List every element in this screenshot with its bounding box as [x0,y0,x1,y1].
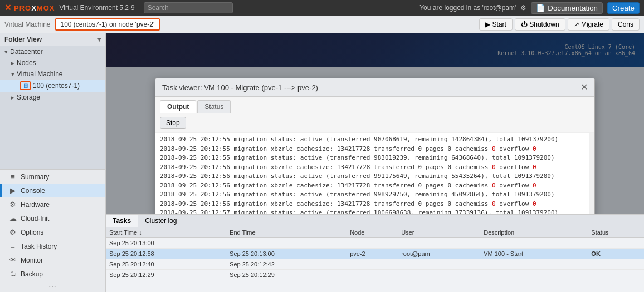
col-user: User [398,227,480,238]
logo-text: PROXMOX [14,4,55,12]
cons-label: Cons [618,21,633,28]
tab-tasks[interactable]: Tasks [106,215,138,227]
table-cell [226,238,347,249]
nav-monitor[interactable]: 👁 Monitor [0,253,105,267]
nav-panel: ≡ Summary ▶ Console ⚙ Hardware ☁ Cloud-I… [0,169,105,292]
table-cell [398,259,480,270]
log-line: 2018-09-25 20:12:57 migration status: ac… [160,209,590,214]
scrollbar[interactable] [589,133,594,214]
create-button[interactable]: Create [607,2,640,14]
nav-console[interactable]: ▶ Console [0,184,105,197]
vm-actions: ▶ Start ⏻ Shutdown ↗ Migrate Cons [479,18,640,31]
vm-group-expand-icon: ▾ [11,71,14,78]
cloud-init-label: Cloud-Init [21,215,49,222]
table-row[interactable]: Sep 25 20:13:00 [106,238,644,249]
nav-hardware[interactable]: ⚙ Hardware [0,197,105,211]
main-content: Task viewer: VM 100 - Migrate (pve-1 ---… [106,67,644,214]
col-node: Node [347,227,398,238]
table-cell [480,238,588,249]
datacenter-label: Datacenter [10,48,43,56]
tab-cluster-log[interactable]: Cluster log [138,215,184,227]
secondbar: Virtual Machine 100 (centos7-1) on node … [0,16,644,33]
nav-task-history[interactable]: ≡ Task History [0,239,105,253]
tasks-list: Start Time ↓ End Time Node User Descript… [106,227,644,280]
main-area: Folder View ▾ ▾ Datacenter ▸ Nodes ▾ Vir… [0,33,644,292]
table-cell [398,238,480,249]
tasks-tab-label: Tasks [113,217,131,225]
table-cell: root@pam [398,249,480,259]
modal-close-button[interactable]: ✕ [580,83,588,92]
modal-tabs: Output Status [155,97,594,113]
sidebar-item-storage[interactable]: ▸ Storage [0,92,105,103]
sidebar-item-nodes[interactable]: ▸ Nodes [0,57,105,68]
log-line: 2018-09-25 20:12:56 migration xbzrle cac… [160,181,590,191]
col-start-time: Start Time ↓ [106,227,226,238]
topbar-right: You are logged in as 'root@pam' ⚙ 📄 Docu… [419,2,640,14]
table-cell: pve-2 [347,249,398,259]
start-button[interactable]: ▶ Start [479,18,513,31]
search-input[interactable] [144,2,233,13]
bottom-tabs: Tasks Cluster log [106,215,644,227]
tasks-table: Start Time ↓ End Time Node User Descript… [106,227,644,292]
folder-view-header: Folder View ▾ [0,33,105,46]
nodes-label: Nodes [17,59,36,67]
doc-icon: 📄 [536,4,545,12]
col-end-time: End Time [226,227,347,238]
sidebar-item-virtual-machine[interactable]: ▾ Virtual Machine [0,68,105,80]
table-cell: Sep 25 20:12:40 [106,259,226,270]
log-line: 2018-09-25 20:12:56 migration status: ac… [160,190,590,200]
bottom-bar: Tasks Cluster log Start Time ↓ End Time … [106,214,644,292]
topbar: ✕ PROXMOX Virtual Environment 5.2-9 You … [0,0,644,16]
proxmox-logo: ✕ PROXMOX [4,3,55,13]
logged-in-text: You are logged in as 'root@pam' [419,4,516,12]
options-label: Options [21,229,43,236]
table-cell [480,270,588,280]
gear-icon[interactable]: ⚙ [520,4,526,12]
nav-summary[interactable]: ≡ Summary [0,170,105,184]
table-cell: Sep 25 20:13:00 [106,238,226,249]
modal-title: Task viewer: VM 100 - Migrate (pve-1 ---… [162,83,318,92]
cloud-init-icon: ☁ [8,214,17,222]
summary-label: Summary [21,173,49,181]
stop-label: Stop [166,119,180,127]
task-history-icon: ≡ [8,242,17,250]
table-row[interactable]: Sep 25 20:12:40Sep 25 20:12:42 [106,259,644,270]
create-label: Create [612,4,635,12]
table-cell: Sep 25 20:13:00 [226,249,347,259]
sidebar-item-centos7-1[interactable]: 🖥 100 (centos7-1) [0,80,105,92]
nav-backup[interactable]: 🗂 Backup [0,267,105,281]
hardware-icon: ⚙ [8,200,17,209]
table-row[interactable]: Sep 25 20:12:58Sep 25 20:13:00pve-2root@… [106,249,644,259]
vm-name-box: 100 (centos7-1) on node 'pve-2' [55,18,160,31]
modal-header: Task viewer: VM 100 - Migrate (pve-1 ---… [155,78,594,97]
cons-button[interactable]: Cons [612,18,640,31]
monitor-label: Monitor [21,256,43,264]
migrate-button[interactable]: ↗ Migrate [568,18,609,31]
nodes-expand-icon: ▸ [11,60,14,67]
shutdown-button[interactable]: ⏻ Shutdown [515,18,565,31]
tab-status[interactable]: Status [197,100,231,113]
nav-cloud-init[interactable]: ☁ Cloud-Init [0,211,105,225]
log-line: 2018-09-25 20:12:56 migration xbzrle cac… [160,200,590,209]
table-cell: Sep 25 20:12:58 [106,249,226,259]
vm-label: Virtual Machine [4,21,51,28]
datacenter-icon: ▾ [4,48,8,56]
stop-button[interactable]: Stop [160,117,186,129]
table-row[interactable]: Sep 25 20:12:29Sep 25 20:12:29 [106,270,644,280]
nav-options[interactable]: ⚙ Options [0,225,105,239]
sidebar-item-datacenter[interactable]: ▾ Datacenter [0,46,105,57]
tab-output[interactable]: Output [160,100,196,113]
logo-x: ✕ [4,3,12,13]
log-line: 2018-09-25 20:12:55 migration xbzrle cac… [160,145,590,154]
console-label: Console [21,187,45,195]
table-cell [347,238,398,249]
documentation-button[interactable]: 📄 Documentation [531,2,603,14]
backup-icon: 🗂 [8,270,17,278]
virtual-machine-label: Virtual Machine [17,70,63,78]
options-icon: ⚙ [8,228,17,236]
storage-expand-icon: ▸ [11,94,14,101]
table-cell [588,270,644,280]
content-area: CentOS Linux 7 (Core)Kernel 3.10.0-327.e… [106,33,644,292]
nav-more-icon: ⋯ [0,281,105,292]
migrate-label: ↗ Migrate [574,21,603,28]
